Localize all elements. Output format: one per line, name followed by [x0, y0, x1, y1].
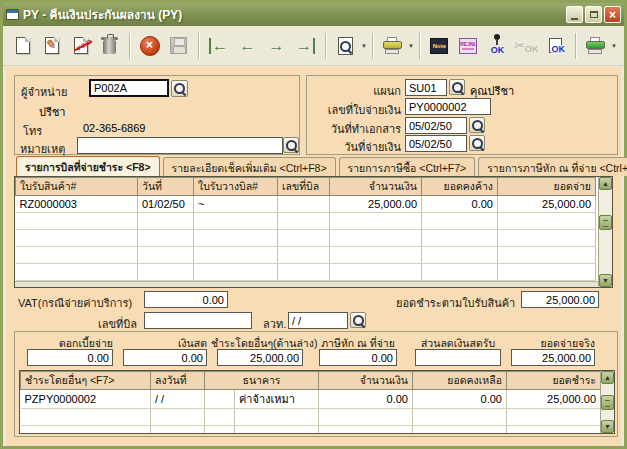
bills-empty-row[interactable]	[16, 264, 596, 281]
magnifier-icon	[471, 137, 484, 150]
col-pay-total: ยอดชำระ	[507, 372, 601, 390]
cell-date[interactable]: 01/02/50	[138, 196, 194, 213]
cell-paid[interactable]: 25,000.00	[498, 196, 596, 213]
col-pay-amount: จำนวนเงิน	[319, 372, 413, 390]
cell-bank-name[interactable]: ค่าจ้างเหมา	[235, 390, 319, 409]
bill-no-input[interactable]	[144, 312, 252, 329]
dept-input[interactable]	[405, 79, 447, 96]
scroll-up-button[interactable]: ▲	[599, 177, 612, 190]
window-title: PY - คืนเงินประกันผลงาน (PY)	[23, 5, 564, 24]
bills-row[interactable]: RZ0000003 01/02/50 ~ 25,000.00 0.00 25,0…	[16, 196, 596, 213]
maximize-button[interactable]	[585, 6, 602, 23]
vendor-lookup-button[interactable]	[171, 80, 188, 97]
approve-button[interactable]: OK	[483, 31, 512, 61]
cell-billing-no[interactable]: ~	[194, 196, 278, 213]
print-button[interactable]	[378, 31, 407, 61]
col-billing-no: ใบรับวางบิล#	[194, 178, 278, 196]
cell-bank-code[interactable]	[205, 390, 235, 409]
scroll-thumb[interactable]	[601, 395, 614, 410]
print-cheque-icon	[586, 37, 605, 54]
edit-document-button[interactable]: ✎	[37, 31, 66, 61]
approve-document-button[interactable]: OK	[541, 31, 570, 61]
cash-discount-input[interactable]	[415, 349, 501, 366]
bills-empty-row[interactable]	[16, 230, 596, 247]
scroll-thumb[interactable]	[599, 215, 612, 230]
first-record-button[interactable]: ←	[204, 31, 233, 61]
vendor-code-input[interactable]	[89, 79, 169, 97]
bills-grid: ใบรับสินค้า# วันที่ ใบรับวางบิล# เลขที่บ…	[14, 176, 613, 288]
minimize-button[interactable]	[566, 6, 583, 23]
bill-date-lookup-button[interactable]	[350, 312, 366, 328]
doc-date-input[interactable]	[405, 117, 467, 134]
cell-pay-date[interactable]: / /	[151, 390, 205, 409]
cell-pay-total[interactable]: 25,000.00	[507, 390, 601, 409]
tab-purchase-tax[interactable]: รายการภาษีซื้อ <Ctrl+F7>	[339, 157, 476, 176]
actual-paid-input[interactable]	[511, 349, 595, 366]
tab-withholding-tax[interactable]: รายการภาษีหัก ณ ที่จ่าย <Ctrl+F10>	[478, 157, 627, 176]
remark-lookup-button[interactable]	[283, 137, 299, 153]
cell-other-payment[interactable]: PZPY0000002	[21, 390, 151, 409]
toolbar-separator	[325, 33, 326, 59]
bills-empty-row[interactable]	[16, 247, 596, 264]
payment-no-input[interactable]	[405, 98, 491, 115]
app-icon[interactable]	[6, 9, 19, 20]
scroll-down-button[interactable]: ▼	[601, 420, 614, 433]
cell-amount[interactable]: 25,000.00	[330, 196, 422, 213]
pay-date-input[interactable]	[405, 135, 467, 152]
dept-lookup-button[interactable]	[449, 79, 465, 95]
cancel-button[interactable]	[135, 31, 164, 61]
bills-horizontal-scrollbar[interactable]	[15, 281, 598, 287]
doc-date-lookup-button[interactable]	[469, 117, 485, 133]
toolbar-separator	[372, 33, 373, 59]
bills-empty-row[interactable]	[16, 213, 596, 230]
last-record-button[interactable]: →	[291, 31, 320, 61]
cash-input[interactable]	[123, 349, 207, 366]
print-dropdown-arrow[interactable]: ▼	[408, 43, 414, 49]
next-record-button[interactable]: →	[262, 31, 291, 61]
close-button[interactable]: ×	[604, 6, 621, 23]
tab-bills-paid[interactable]: รายการบิลที่จ่ายชำระ <F8>	[16, 156, 160, 176]
remark-input[interactable]	[77, 137, 283, 154]
cell-pay-amount[interactable]: 0.00	[319, 390, 413, 409]
pay-empty-row[interactable]	[21, 409, 601, 426]
cell-bill-no[interactable]	[278, 196, 330, 213]
tab-cheque-details[interactable]: รายละเอียดเช็คเพิ่มเติม <Ctrl+F8>	[163, 157, 336, 176]
pay-vertical-scrollbar[interactable]: ▲ ▼	[600, 371, 614, 433]
bills-vertical-scrollbar[interactable]: ▲ ▼	[598, 177, 612, 287]
re-journal-button[interactable]: REJNL	[454, 31, 483, 61]
next-record-icon: →	[269, 38, 285, 54]
note-button[interactable]: Note	[425, 31, 454, 61]
scroll-down-button[interactable]: ▼	[599, 274, 612, 287]
scroll-up-button[interactable]: ▲	[601, 371, 614, 384]
dept-label: แผนก	[307, 82, 401, 100]
other-payment-input[interactable]	[217, 349, 303, 366]
vat-input[interactable]	[144, 291, 228, 308]
bill-date-input[interactable]	[288, 312, 348, 329]
interest-input[interactable]	[27, 349, 113, 366]
receipt-total-input[interactable]	[521, 291, 599, 308]
pay-row[interactable]: PZPY0000002 / / ค่าจ้างเหมา 0.00 0.00 25…	[21, 390, 601, 409]
pay-empty-row[interactable]	[21, 426, 601, 435]
new-document-icon	[16, 37, 30, 54]
print-cheque-button[interactable]	[581, 31, 610, 61]
phone-label: โทร	[23, 122, 42, 140]
save-button[interactable]	[164, 31, 193, 61]
preview-button[interactable]	[331, 31, 360, 61]
cell-receipt-no[interactable]: RZ0000003	[16, 196, 138, 213]
bills-table: ใบรับสินค้า# วันที่ ใบรับวางบิล# เลขที่บ…	[15, 177, 596, 281]
save-icon	[170, 37, 187, 54]
new-document-button[interactable]	[8, 31, 37, 61]
previous-record-button[interactable]: ←	[233, 31, 262, 61]
pay-date-lookup-button[interactable]	[469, 135, 485, 151]
unapprove-button[interactable]: ✂OK	[512, 31, 541, 61]
print-cheque-dropdown-arrow[interactable]: ▼	[611, 43, 617, 49]
void-document-button[interactable]: VOID	[66, 31, 95, 61]
col-paid: ยอดจ่าย	[498, 178, 596, 196]
preview-dropdown-arrow[interactable]: ▼	[361, 43, 367, 49]
cell-outstanding[interactable]: 0.00	[422, 196, 498, 213]
cell-remaining[interactable]: 0.00	[413, 390, 507, 409]
form-area: ผู้จำหน่าย ปรีชา โทร 02-365-6869 หมายเหต…	[6, 67, 621, 446]
withholding-input[interactable]	[319, 349, 397, 366]
delete-button[interactable]	[95, 31, 124, 61]
col-receipt-no: ใบรับสินค้า#	[16, 178, 138, 196]
